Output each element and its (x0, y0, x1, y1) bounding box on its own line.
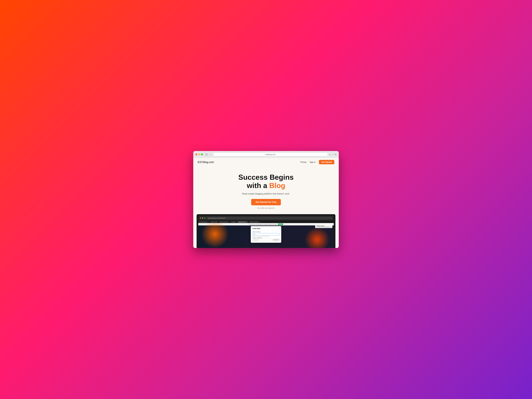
preview-banner-text: Please opt for our paid plan to continue… (249, 224, 277, 225)
hero-title: Success Begins with a Blog (198, 173, 334, 190)
minimize-button[interactable] (198, 153, 200, 155)
sidebar-toggle-icon[interactable] (205, 153, 208, 155)
forward-arrow-icon[interactable]: › (211, 153, 212, 156)
logo-text: ESYblog (198, 161, 208, 164)
preview-name-hint: This can be the name of your blog or web… (253, 236, 279, 237)
close-button[interactable] (196, 153, 197, 155)
preview-subdomain-label: Choose a subdomain * (253, 237, 279, 238)
screenshot-preview: app.esyblog.com/dashboard Announcing Lan… (196, 214, 336, 248)
preview-tab-2: Custom Hostnames | esyblog (219, 221, 230, 223)
preview-blob-left (201, 223, 229, 248)
pricing-link[interactable]: Pricing (300, 161, 306, 163)
preview-modal-title: Create Blog × (253, 228, 279, 230)
preview-tab-5: How to Use Docwrite to Imp... (249, 221, 260, 223)
preview-user-email: i.am.sandeep.acharya@gmail.com (316, 226, 331, 227)
preview-subdomain-suffix: .esyblog.net (273, 239, 279, 241)
site-nav-links: Pricing Sign in Get Started (300, 160, 334, 164)
maximize-button[interactable] (201, 153, 203, 155)
website-content: ESYblog.com Pricing Sign in Get Started … (193, 158, 339, 248)
preview-modal-close-icon[interactable]: × (279, 228, 279, 229)
preview-subdomain-input[interactable] (253, 239, 272, 241)
share-icon[interactable]: ⎋ (329, 153, 331, 156)
preview-name-input[interactable] (253, 233, 279, 235)
preview-address-bar: app.esyblog.com/dashboard (207, 217, 332, 219)
preview-browser-chrome: app.esyblog.com/dashboard (198, 216, 334, 220)
preview-tab-0: Announcing LangChan.JS Su... (198, 221, 209, 223)
new-tab-icon[interactable]: + (332, 153, 333, 156)
hero-section: Success Begins with a Blog Dead simple b… (193, 166, 339, 214)
preview-tab-1: Inbox | Crap (210, 221, 218, 223)
preview-modal: Create Blog × Name of the Blog * This ca… (251, 226, 281, 243)
preview-modal-area: Create Blog × Name of the Blog * This ca… (251, 226, 281, 243)
signin-link[interactable]: Sign in (310, 161, 316, 163)
preview-close-dot (200, 217, 201, 219)
browser-actions: ⎋ + ⊞ (329, 153, 336, 156)
nav-arrows: ‹ › (209, 153, 212, 156)
back-arrow-icon[interactable]: ‹ (209, 153, 210, 156)
preview-user-name: Sandeep Acharya (316, 225, 331, 226)
hero-subtitle: Dead simple blogging platform that doesn… (198, 193, 334, 195)
get-started-nav-button[interactable]: Get Started (319, 160, 334, 164)
traffic-lights (196, 153, 203, 155)
site-navbar: ESYblog.com Pricing Sign in Get Started (193, 158, 339, 166)
site-logo: ESYblog.com (198, 161, 214, 164)
preview-inner: Please opt for our paid plan to continue… (198, 223, 334, 248)
browser-chrome: ‹ › ⎋ + ⊞ (193, 151, 339, 158)
preview-name-label: Name of the Blog * (253, 231, 279, 232)
preview-upgrade-button[interactable]: Upgrade (278, 223, 283, 225)
preview-modal-title-text: Create Blog (253, 228, 260, 229)
preview-tab-4[interactable]: Dashboard | EsyBlog (237, 221, 248, 223)
preview-tab-3: EsyBlog (230, 221, 236, 223)
hero-cta-button[interactable]: Get Started for Free (251, 199, 281, 205)
logo-suffix: .com (208, 161, 214, 164)
preview-tabs: Announcing LangChan.JS Su... Inbox | Cra… (198, 221, 334, 223)
preview-blob-right (305, 227, 329, 248)
hero-title-line1: Success Begins (238, 173, 294, 181)
preview-user-info: Sandeep Acharya i.am.sandeep.acharya@gma… (315, 225, 332, 228)
hero-title-highlight: Blog (269, 182, 285, 190)
browser-window: ‹ › ⎋ + ⊞ ESYblog.com Pricing Sign in Ge… (193, 151, 339, 248)
preview-maximize-dot (204, 217, 205, 219)
no-credit-card-label: No credit card required. (257, 207, 275, 209)
preview-subdomain-row: .esyblog.net (253, 239, 279, 241)
address-bar[interactable] (213, 153, 328, 156)
grid-icon[interactable]: ⊞ (335, 153, 336, 156)
hero-title-line2-prefix: with a (247, 182, 269, 190)
preview-minimize-dot (202, 217, 203, 219)
